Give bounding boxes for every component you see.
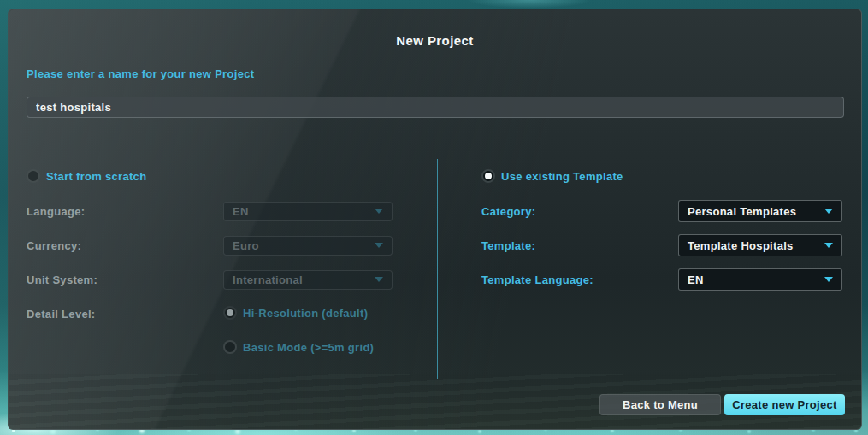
currency-dropdown[interactable]: Euro (223, 236, 393, 256)
start-from-scratch-label: Start from scratch (46, 170, 146, 183)
unit-system-row: Unit System: International (27, 269, 393, 290)
category-value: Personal Templates (688, 205, 796, 218)
radio-unselected-icon[interactable] (27, 169, 40, 183)
template-row: Template: Template Hospitals (481, 234, 842, 256)
currency-label: Currency: (27, 239, 81, 252)
back-to-menu-button[interactable]: Back to Menu (599, 394, 721, 415)
category-dropdown[interactable]: Personal Templates (678, 200, 842, 222)
chevron-down-icon (375, 209, 383, 214)
chevron-down-icon (375, 277, 383, 282)
create-new-project-button[interactable]: Create new Project (724, 394, 845, 415)
template-language-label: Template Language: (481, 273, 593, 286)
currency-value: Euro (233, 239, 259, 252)
chevron-down-icon (824, 243, 833, 248)
unit-system-value: International (233, 273, 303, 286)
radio-selected-icon[interactable] (481, 169, 495, 183)
template-language-value: EN (688, 273, 704, 286)
chevron-down-icon (824, 277, 833, 282)
template-language-row: Template Language: EN (481, 268, 842, 291)
unit-system-dropdown[interactable]: International (223, 270, 393, 290)
basic-mode-label: Basic Mode (>=5m grid) (243, 341, 374, 354)
detail-level-label: Detail Level: (27, 308, 95, 320)
start-from-scratch-option[interactable]: Start from scratch (27, 169, 146, 183)
template-value: Template Hospitals (688, 239, 794, 252)
use-existing-template-label: Use existing Template (501, 170, 623, 183)
language-dropdown[interactable]: EN (223, 202, 393, 221)
currency-row: Currency: Euro (27, 235, 393, 256)
dialog-title: New Project (9, 33, 861, 48)
radio-unselected-icon[interactable] (223, 340, 237, 354)
category-label: Category: (481, 205, 535, 218)
language-row: Language: EN (27, 201, 393, 221)
basic-mode-option[interactable]: Basic Mode (>=5m grid) (223, 340, 374, 354)
template-dropdown[interactable]: Template Hospitals (678, 234, 842, 256)
hi-resolution-label: Hi-Resolution (default) (243, 307, 368, 320)
language-label: Language: (27, 205, 85, 218)
app-background: New Project Please enter a name for your… (0, 0, 868, 435)
section-divider (437, 159, 438, 379)
hi-resolution-option[interactable]: Hi-Resolution (default) (223, 306, 368, 320)
category-row: Category: Personal Templates (481, 200, 842, 222)
template-label: Template: (481, 239, 535, 252)
unit-system-label: Unit System: (27, 273, 97, 286)
template-language-dropdown[interactable]: EN (678, 268, 842, 291)
chevron-down-icon (375, 243, 383, 248)
chevron-down-icon (824, 209, 833, 214)
radio-selected-icon[interactable] (223, 306, 237, 320)
project-name-input[interactable] (27, 97, 844, 118)
project-name-prompt: Please enter a name for your new Project (27, 68, 254, 80)
language-value: EN (233, 205, 249, 218)
new-project-dialog: New Project Please enter a name for your… (8, 9, 862, 430)
use-existing-template-option[interactable]: Use existing Template (481, 169, 623, 183)
